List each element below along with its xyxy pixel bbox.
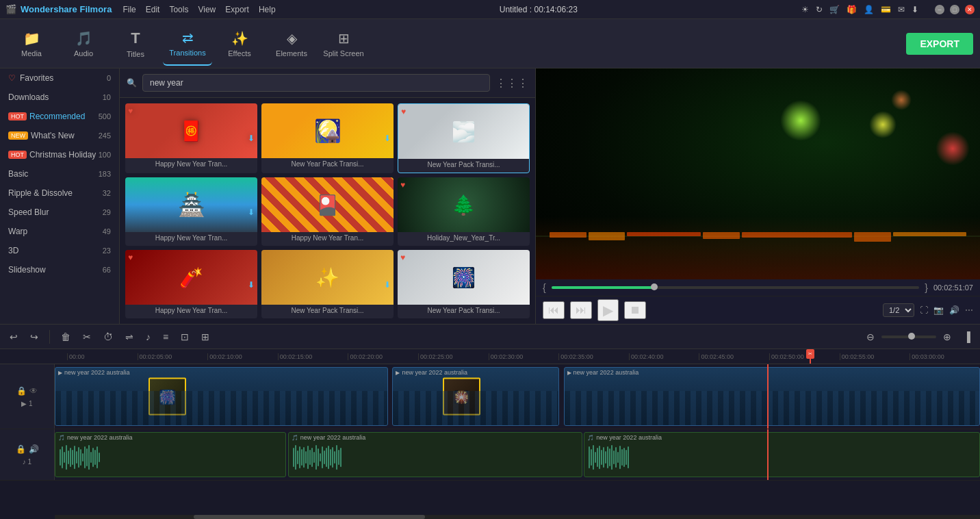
stop-button[interactable]: ⏹ [624,301,646,319]
minimize-button[interactable]: – [935,5,944,14]
transition-card-8[interactable]: ✨ ⬇ New Year Pack Transi... [261,250,394,318]
fav-icon-7[interactable]: ♥ [128,253,133,262]
zoom-slider[interactable] [881,336,936,338]
export-button[interactable]: EXPORT [906,33,973,55]
dl-icon-4[interactable]: ⬇ [248,207,255,217]
gift-icon[interactable]: 🎁 [847,5,857,14]
toolbar-elements[interactable]: ◈ Elements [267,22,316,66]
cut-button[interactable]: ✂ [79,329,95,344]
menu-edit[interactable]: Edit [146,5,160,14]
sidebar-item-slideshow[interactable]: Slideshow 66 [0,260,119,279]
video-clip-2[interactable]: ▶ new year 2022 australia 🎇 [392,367,558,426]
sidebar-item-recommended[interactable]: HOT Recommended 500 [0,107,119,126]
close-button[interactable]: ✕ [965,5,975,14]
play-button[interactable]: ▶ [597,299,619,321]
audio-clip-1[interactable]: 🎵 new year 2022 australia [55,432,286,477]
transition-card-3[interactable]: 🌫️ ♥ New Year Pack Transi... [398,103,530,173]
redo-button[interactable]: ↪ [26,329,42,344]
audio-clip-2[interactable]: 🎵 new year 2022 australia [288,432,582,477]
menu-view[interactable]: View [198,5,216,14]
sidebar-item-ripple-dissolve[interactable]: Ripple & Dissolve 32 [0,183,119,203]
more-tools-button[interactable]: ▐ [959,329,975,344]
dl-icon-7[interactable]: ⬇ [248,280,255,290]
fullscreen-icon[interactable]: ⛶ [920,305,928,315]
dl-icon-1[interactable]: ⬇ [248,134,255,143]
audio-speaker-icon[interactable]: 🔊 [29,444,39,454]
search-input[interactable] [142,74,490,92]
transition-card-4[interactable]: 🏯 ⬇ Happy New Year Tran... [125,177,257,246]
transition-card-1[interactable]: 🧧 ♥ ⬇ Happy New Year Tran... [125,103,257,173]
menu-file[interactable]: File [122,5,136,14]
transition-card-2[interactable]: 🎑 ⬇ New Year Pack Transi... [261,103,394,173]
download-icon[interactable]: ⬇ [912,5,918,14]
volume-icon[interactable]: 🔊 [949,305,959,315]
sidebar-item-whats-new[interactable]: NEW What's New 245 [0,126,119,145]
zoom-in-button[interactable]: ⊕ [939,329,955,344]
mail-icon[interactable]: ✉ [898,5,905,14]
scrollbar-thumb[interactable] [194,515,425,519]
audio-clip-3[interactable]: 🎵 new year 2022 australia [584,432,980,477]
ratio-select[interactable]: 1/2 1/1 1/4 [883,303,914,317]
sidebar-item-favorites[interactable]: ♡ Favorites 0 [0,68,119,88]
snapshot-icon[interactable]: 📷 [933,305,944,315]
delete-button[interactable]: 🗑 [57,329,75,344]
sidebar-item-basic[interactable]: Basic 183 [0,164,119,183]
sidebar-item-downloads[interactable]: Downloads 10 [0,88,119,107]
cart-icon[interactable]: 🛒 [829,5,840,14]
undo-button[interactable]: ↩ [5,329,22,344]
sun-icon[interactable]: ☀ [801,5,809,14]
toolbar-audio[interactable]: 🎵 Audio [59,22,108,66]
dl-icon-2[interactable]: ⬇ [384,134,391,143]
split-button[interactable]: ⇌ [121,329,138,344]
toolbar-split-screen[interactable]: ⊞ Split Screen [319,22,368,66]
user-icon[interactable]: 👤 [864,5,874,14]
fav-icon-1[interactable]: ♥ [128,106,133,116]
step-back-button[interactable]: ⏮ [543,301,565,319]
step-forward-button[interactable]: ⏭ [570,301,592,319]
fav-icon-9[interactable]: ♥ [400,253,405,262]
zoom-out-button[interactable]: ⊖ [862,329,879,344]
video-clip-1[interactable]: ▶ new year 2022 australia 🎆 [55,367,388,426]
audio-detach-button[interactable]: ♪ [142,329,155,344]
zoom-handle[interactable] [908,333,915,340]
toolbar-transitions[interactable]: ⇄ Transitions [163,22,212,66]
sidebar-item-warp[interactable]: Warp 49 [0,222,119,241]
sidebar-item-christmas-holiday[interactable]: HOT Christmas Holiday 100 [0,145,119,164]
more-icon[interactable]: ⋯ [965,305,973,315]
audio-lock-icon[interactable]: 🔒 [16,444,26,454]
bracket-left-button[interactable]: { [543,282,546,293]
transition-card-5[interactable]: 🎴 Happy New Year Tran... [261,177,394,246]
transition-card-6[interactable]: 🌲 ♥ Holiday_New_Year_Tr... [398,177,530,246]
menu-tools[interactable]: Tools [169,5,188,14]
horizontal-scrollbar[interactable] [55,515,980,519]
video-clip-3[interactable]: ▶ new year 2022 australia [564,367,980,426]
dl-icon-8[interactable]: ⬇ [384,280,391,290]
menu-export[interactable]: Export [225,5,249,14]
transition-card-7[interactable]: 🧨 ♥ ⬇ Happy New Year Tran... [125,250,257,318]
video-lock-icon[interactable]: 🔒 [16,386,27,396]
toolbar-effects[interactable]: ✨ Effects [215,22,264,66]
toolbar-media[interactable]: 📁 Media [7,22,56,66]
sidebar-item-3d[interactable]: 3D 23 [0,241,119,260]
progress-handle[interactable] [651,283,658,290]
card-icon[interactable]: 💳 [881,5,891,14]
bracket-right-button[interactable]: } [925,282,928,293]
fav-icon-3[interactable]: ♥ [401,107,406,116]
audio-clip-3-label: 🎵 new year 2022 australia [584,433,979,442]
refresh-icon[interactable]: ↻ [816,5,823,14]
menu-help[interactable]: Help [259,5,276,14]
clip-2-play-icon: ▶ [396,370,400,376]
maximize-button[interactable]: □ [950,5,959,14]
transition-card-9[interactable]: 🎆 ♥ New Year Pack Transi... [398,250,530,318]
grid-view-icon[interactable]: ⋮⋮⋮ [495,77,528,90]
timer-button[interactable]: ⏱ [99,329,117,344]
sidebar-item-speed-blur[interactable]: Speed Blur 29 [0,203,119,222]
toolbar-titles[interactable]: T Titles [111,22,160,66]
color-match-button[interactable]: ≡ [159,329,172,344]
progress-track[interactable] [552,286,920,289]
audio-2-icon: 🎵 [292,435,298,441]
crop-button[interactable]: ⊡ [177,329,193,344]
video-eye-icon[interactable]: 👁 [29,386,38,396]
pip-button[interactable]: ⊞ [197,329,214,344]
fav-icon-6[interactable]: ♥ [400,180,405,190]
